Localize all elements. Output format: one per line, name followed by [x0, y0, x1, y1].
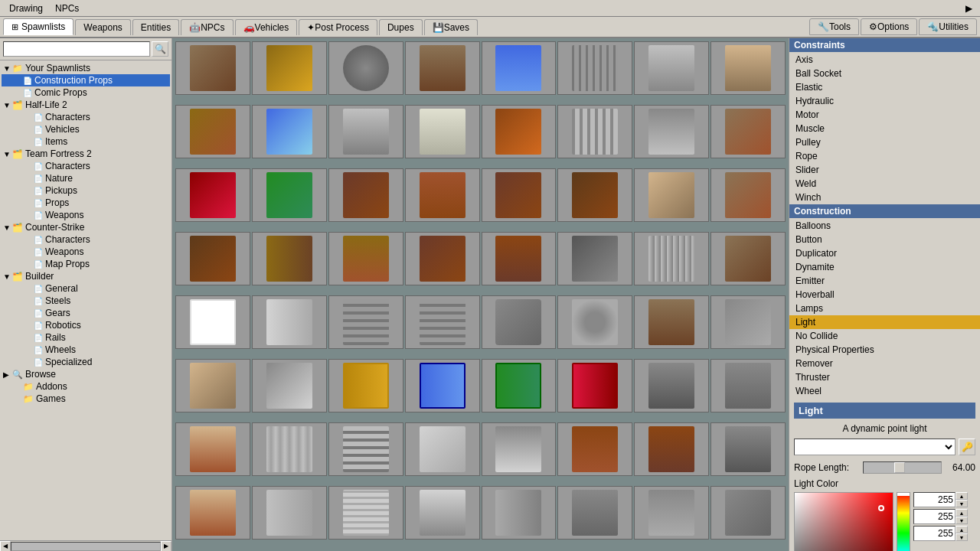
tree-item-spawnlists[interactable]: ▼📁Your Spawnlists [2, 62, 170, 74]
tree-item-builder-specialized[interactable]: 📄Specialized [2, 356, 170, 368]
sprite-item[interactable] [175, 359, 250, 412]
sprite-item[interactable] [252, 359, 327, 412]
construction-item[interactable]: Remover [789, 357, 980, 370]
tree-item-builder-gears[interactable]: 📄Gears [2, 307, 170, 319]
sprite-item[interactable] [710, 359, 786, 412]
sprite-item[interactable] [557, 359, 632, 412]
tree-item-hl2-characters[interactable]: 📄Characters [2, 111, 170, 123]
construction-item[interactable]: Light [789, 315, 980, 329]
sprite-item[interactable] [175, 295, 250, 349]
toggle-tf2[interactable]: ▼ [3, 150, 12, 158]
sprite-item[interactable] [482, 422, 557, 476]
tree-item-comic-props[interactable]: 📄Comic Props [2, 86, 170, 99]
sprite-item[interactable] [557, 422, 632, 476]
sprite-item[interactable] [175, 232, 250, 285]
constraint-item[interactable]: Ball Socket [789, 67, 980, 80]
toggle-builder[interactable]: ▼ [3, 272, 12, 281]
tab-utilities[interactable]: 🔩 Utilities [919, 18, 977, 35]
tree-item-builder-wheels[interactable]: 📄Wheels [2, 344, 170, 356]
sprite-item[interactable] [405, 486, 480, 540]
color-r-input[interactable] [913, 492, 956, 507]
color-gradient[interactable] [794, 492, 893, 551]
constraint-item[interactable]: Weld [789, 177, 980, 191]
sprite-item[interactable] [557, 295, 632, 349]
tree-item-css-characters[interactable]: 📄Characters [2, 233, 170, 246]
constraint-item[interactable]: Rope [789, 149, 980, 163]
tree-item-tf2-props[interactable]: 📄Props [2, 197, 170, 209]
tree-item-tf2-characters[interactable]: 📄Characters [2, 160, 170, 172]
color-b-up[interactable]: ▲ [956, 526, 968, 533]
tree-item-construction-props[interactable]: 📄Construction Props [2, 74, 170, 86]
sprite-item[interactable] [328, 359, 403, 412]
sprite-item[interactable] [328, 168, 403, 222]
toggle-half-life-2[interactable]: ▼ [3, 101, 12, 109]
hscroll-right[interactable]: ▶ [161, 541, 172, 552]
tree-item-half-life-2[interactable]: ▼🗂️Half-Life 2 [2, 99, 170, 111]
hscroll-left[interactable]: ◀ [0, 541, 11, 552]
construction-item[interactable]: Duplicator [789, 246, 980, 260]
sprite-item[interactable] [328, 41, 403, 95]
tree-item-builder-rails[interactable]: 📄Rails [2, 331, 170, 344]
sprite-item[interactable] [634, 232, 709, 285]
sprite-item[interactable] [557, 232, 632, 285]
construction-item[interactable]: Wheel [789, 384, 980, 398]
hue-thumb[interactable] [897, 493, 910, 496]
tab-vehicles[interactable]: 🚗 Vehicles [235, 19, 298, 35]
sprite-item[interactable] [482, 295, 557, 349]
sprite-item[interactable] [482, 105, 557, 158]
search-button[interactable]: 🔍 [152, 41, 168, 57]
tree-item-css-weapons[interactable]: 📄Weapons [2, 246, 170, 258]
sprite-item[interactable] [252, 105, 327, 158]
sprite-item[interactable] [710, 422, 786, 476]
tab-tools[interactable]: 🔧 Tools [809, 18, 859, 35]
sprite-item[interactable] [328, 295, 403, 349]
tree-item-addons[interactable]: 📁Addons [2, 380, 170, 393]
tree-item-css-map-props[interactable]: 📄Map Props [2, 258, 170, 270]
tree-item-tf2-weapons[interactable]: 📄Weapons [2, 209, 170, 221]
construction-item[interactable]: Thruster [789, 370, 980, 384]
construction-item[interactable]: Hoverball [789, 288, 980, 302]
constraint-item[interactable]: Slider [789, 163, 980, 177]
sprite-item[interactable] [710, 41, 786, 95]
tree-item-tf2[interactable]: ▼🗂️Team Fortress 2 [2, 148, 170, 160]
sprite-item[interactable] [252, 232, 327, 285]
sprite-item[interactable] [634, 168, 709, 222]
toggle-browse[interactable]: ▶ [3, 370, 12, 379]
tab-weapons[interactable]: Weapons [75, 19, 130, 35]
rope-length-slider[interactable] [863, 461, 942, 474]
sprite-item[interactable] [175, 486, 250, 540]
menu-expand[interactable]: ▶ [961, 2, 977, 15]
construction-item[interactable]: Button [789, 233, 980, 246]
color-picker-thumb[interactable] [878, 505, 884, 511]
color-g-up[interactable]: ▲ [956, 509, 968, 517]
sprite-item[interactable] [405, 359, 480, 412]
color-g-input[interactable] [913, 509, 956, 524]
constraint-item[interactable]: Axis [789, 53, 980, 67]
tree-item-builder[interactable]: ▼🗂️Builder [2, 270, 170, 282]
light-dropdown[interactable] [794, 439, 956, 455]
construction-item[interactable]: Balloons [789, 219, 980, 233]
rope-length-thumb[interactable] [894, 462, 905, 473]
sprite-item[interactable] [482, 486, 557, 540]
sprite-item[interactable] [328, 105, 403, 158]
sprite-item[interactable] [405, 232, 480, 285]
tree-item-tf2-pickups[interactable]: 📄Pickups [2, 184, 170, 197]
sprite-item[interactable] [175, 422, 250, 476]
tab-options[interactable]: ⚙ Options [861, 18, 917, 35]
sprite-item[interactable] [252, 422, 327, 476]
sprite-item[interactable] [252, 168, 327, 222]
sprite-item[interactable] [175, 105, 250, 158]
sprite-item[interactable] [557, 41, 632, 95]
tree-item-builder-steels[interactable]: 📄Steels [2, 295, 170, 307]
color-b-down[interactable]: ▼ [956, 533, 968, 541]
tab-postprocess[interactable]: ✦ Post Process [299, 19, 377, 35]
constraint-item[interactable]: Winch [789, 191, 980, 204]
sprite-item[interactable] [634, 105, 709, 158]
tab-saves[interactable]: 💾 Saves [424, 19, 478, 35]
color-g-down[interactable]: ▼ [956, 517, 968, 524]
color-r-down[interactable]: ▼ [956, 500, 968, 507]
sprite-item[interactable] [710, 232, 786, 285]
tab-entities[interactable]: Entities [132, 19, 179, 35]
menu-drawing[interactable]: Drawing [3, 2, 49, 15]
construction-item[interactable]: Lamps [789, 302, 980, 315]
